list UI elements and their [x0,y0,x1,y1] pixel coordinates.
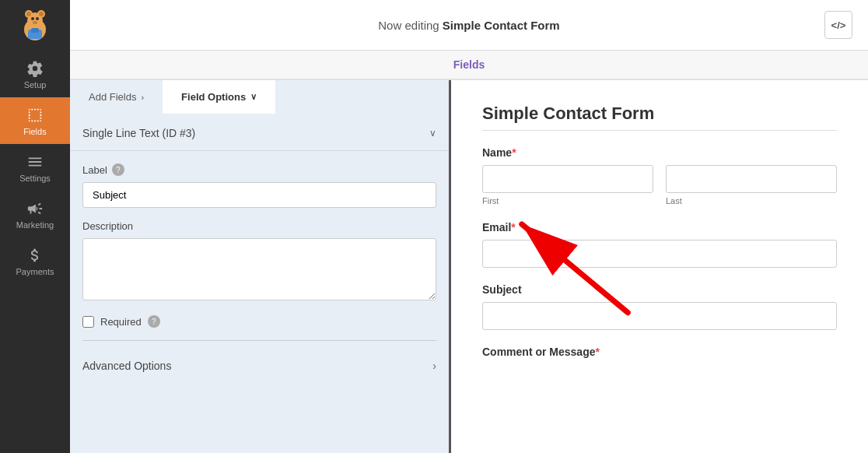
form-divider [482,130,837,131]
gear-icon [26,60,44,77]
top-bar: Now editing Simple Contact Form </> [70,0,868,51]
megaphone-icon [26,200,44,217]
preview-subject-input[interactable] [482,302,837,330]
required-row: Required ? [82,315,436,328]
sidebar-setup-label: Setup [24,80,47,90]
label-group: Label ? [82,163,436,208]
preview-email-input[interactable] [482,240,837,268]
fields-header: Fields [70,51,868,80]
sidebar-payments-label: Payments [16,267,54,276]
fields-header-label: Fields [453,58,485,71]
label-field-label: Label ? [82,163,436,176]
left-panel: Add Fields › Field Options ∨ Single Line… [70,80,451,453]
field-options-label: Field Options [181,91,246,103]
label-input[interactable] [82,182,436,208]
preview-field-subject: Subject [482,283,837,330]
tabs: Add Fields › Field Options ∨ [70,80,449,116]
preview-comment-label: Comment or Message* [482,346,837,358]
description-textarea[interactable] [82,238,436,300]
sidebar-fields-label: Fields [23,127,46,136]
preview-field-comment: Comment or Message* [482,346,837,358]
comment-required-star: * [595,346,599,358]
divider [82,340,436,341]
preview-field-name: Name* First Last [482,146,837,205]
code-button[interactable]: </> [824,11,852,39]
top-bar-title: Now editing Simple Contact Form [114,19,824,32]
required-label: Required [100,316,142,328]
field-options-chevron: ∨ [250,92,257,102]
advanced-options-chevron: › [432,360,436,372]
sidebar-item-setup[interactable]: Setup [0,51,70,97]
sidebar-item-settings[interactable]: Settings [0,144,70,191]
preview-last-name-input[interactable] [666,165,837,193]
field-type-chevron: ∨ [429,128,436,139]
svg-point-6 [31,17,34,20]
add-fields-chevron: › [141,93,144,102]
preview-last-name-wrap: Last [666,165,837,205]
required-help-icon[interactable]: ? [148,315,160,328]
bear-logo-icon [16,6,54,45]
svg-point-7 [36,17,39,20]
tab-add-fields[interactable]: Add Fields › [70,80,163,116]
svg-rect-10 [31,28,39,33]
svg-point-8 [33,21,37,24]
preview-form-title: Simple Contact Form [482,104,837,124]
description-group: Description [82,220,436,303]
form-name-bold: Simple Contact Form [443,19,560,32]
main-content: Now editing Simple Contact Form </> Fiel… [70,0,868,453]
add-fields-label: Add Fields [89,91,136,103]
preview-name-label: Name* [482,146,837,159]
advanced-options[interactable]: Advanced Options › [70,347,449,385]
preview-name-inputs: First Last [482,165,837,205]
preview-last-label: Last [666,196,837,205]
email-required-star: * [511,221,515,234]
preview-subject-label: Subject [482,283,837,296]
advanced-options-label: Advanced Options [82,360,171,372]
svg-point-5 [39,12,44,16]
field-options-panel: Single Line Text (ID #3) ∨ Label ? [70,116,449,453]
sidebar-marketing-label: Marketing [16,220,54,230]
sidebar: Setup Fields Settings Marketing Payments [0,0,70,453]
svg-point-4 [26,12,31,16]
sidebar-item-marketing[interactable]: Marketing [0,191,70,237]
body-area: Add Fields › Field Options ∨ Single Line… [70,80,868,453]
preview-first-name-wrap: First [482,165,653,205]
right-panel: Simple Contact Form Name* First Last [451,80,868,453]
label-help-icon[interactable]: ? [112,163,124,176]
preview-first-name-input[interactable] [482,165,653,193]
editing-prefix: Now editing [378,19,439,32]
tab-field-options[interactable]: Field Options ∨ [163,80,275,116]
field-type-name: Single Line Text (ID #3) [82,127,195,139]
description-label: Description [82,220,436,232]
sidebar-item-payments[interactable]: Payments [0,237,70,284]
logo-area [0,0,70,51]
preview-first-label: First [482,196,653,205]
sidebar-settings-label: Settings [19,174,51,183]
dollar-icon [26,247,44,264]
field-type-header[interactable]: Single Line Text (ID #3) ∨ [70,116,449,151]
fields-icon [26,107,44,124]
name-required-star: * [512,146,516,159]
settings-icon [26,153,44,170]
sidebar-item-fields[interactable]: Fields [0,97,70,144]
preview-email-label: Email* [482,221,837,234]
required-checkbox[interactable] [82,316,94,328]
preview-field-email: Email* [482,221,837,268]
